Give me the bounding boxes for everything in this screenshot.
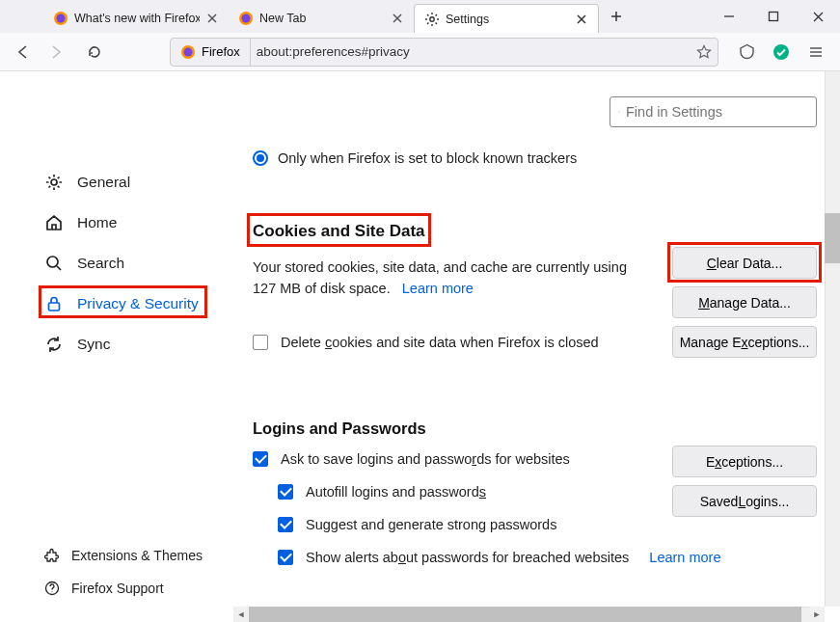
sidebar-item-label: Home <box>77 214 117 231</box>
checkbox-label: Show alerts about passwords for breached… <box>306 550 629 565</box>
svg-rect-11 <box>49 303 60 311</box>
close-icon[interactable] <box>391 12 404 25</box>
login-exceptions-button[interactable]: Exceptions... <box>672 446 817 477</box>
saved-logins-button[interactable]: Saved Logins... <box>672 485 817 517</box>
search-icon <box>44 254 64 273</box>
sidebar-item-search[interactable]: Search <box>0 243 233 284</box>
checkbox[interactable] <box>253 451 268 467</box>
manage-data-button[interactable]: Manage Data... <box>672 286 817 318</box>
sidebar-item-home[interactable]: Home <box>0 203 233 243</box>
sidebar-bottom: Extensions & Themes Firefox Support <box>0 539 203 605</box>
checkbox[interactable] <box>253 335 268 350</box>
puzzle-icon <box>44 548 60 563</box>
cookies-button-column: Clear Data... Manage Data... Manage Exce… <box>672 247 817 358</box>
checkbox-label: Delete cookies and site data when Firefo… <box>281 335 599 350</box>
svg-point-7 <box>184 47 193 56</box>
horizontal-scrollbar-thumb[interactable] <box>249 607 801 622</box>
maximize-button[interactable] <box>751 0 796 33</box>
logins-heading: Logins and Passwords <box>253 419 817 438</box>
sidebar-item-label: Sync <box>77 336 110 353</box>
tab-label: Settings <box>446 13 569 26</box>
vertical-scrollbar[interactable] <box>825 71 840 607</box>
svg-point-13 <box>618 111 619 112</box>
account-icon[interactable] <box>765 37 798 68</box>
tab-settings[interactable]: Settings <box>414 4 599 33</box>
back-button[interactable] <box>8 37 39 68</box>
window-controls <box>707 0 840 33</box>
tab-label: What's new with Firefox - M <box>74 12 200 25</box>
pocket-icon[interactable] <box>730 37 763 68</box>
svg-point-10 <box>47 257 58 267</box>
home-icon <box>44 213 64 232</box>
svg-point-9 <box>51 179 57 185</box>
close-window-button[interactable] <box>796 0 840 33</box>
close-icon[interactable] <box>205 12 219 25</box>
cookies-heading: Cookies and Site Data <box>253 222 817 241</box>
sidebar-item-label: Privacy & Security <box>77 295 199 312</box>
svg-point-8 <box>773 44 789 60</box>
sidebar-item-sync[interactable]: Sync <box>0 324 233 365</box>
forward-button[interactable] <box>41 37 71 68</box>
sidebar-item-label: Firefox Support <box>71 581 164 596</box>
suggest-checkbox-row: Suggest and generate strong passwords <box>278 517 817 532</box>
help-icon <box>44 581 60 596</box>
sidebar-item-label: General <box>77 174 130 191</box>
svg-point-1 <box>57 14 66 23</box>
gear-icon <box>44 173 64 192</box>
main-panel: Only when Firefox is set to block known … <box>233 71 840 622</box>
sidebar-item-extensions[interactable]: Extensions & Themes <box>0 539 203 572</box>
checkbox-label: Suggest and generate strong passwords <box>306 517 556 532</box>
titlebar: What's new with Firefox - M New Tab Sett… <box>0 0 840 33</box>
content: General Home Search Privacy & Security S… <box>0 71 840 622</box>
settings-search[interactable] <box>610 96 817 127</box>
bookmark-star-icon[interactable] <box>691 44 718 60</box>
sidebar-item-label: Extensions & Themes <box>71 548 203 563</box>
url-text: about:preferences#privacy <box>251 44 691 59</box>
sidebar-item-privacy[interactable]: Privacy & Security <box>0 284 233 324</box>
svg-point-3 <box>242 14 251 23</box>
checkbox-label: Autofill logins and passwords <box>306 484 486 500</box>
sidebar-item-label: Search <box>77 255 124 272</box>
trackers-radio-row: Only when Firefox is set to block known … <box>253 150 817 166</box>
menu-icon[interactable] <box>799 37 832 68</box>
tab-label: New Tab <box>259 12 385 25</box>
sidebar: General Home Search Privacy & Security S… <box>0 71 233 622</box>
logins-button-column: Exceptions... Saved Logins... <box>672 446 817 517</box>
reload-button[interactable] <box>79 37 110 68</box>
radio-label: Only when Firefox is set to block known … <box>278 150 577 166</box>
search-icon <box>618 105 620 119</box>
scroll-right-arrow[interactable]: ► <box>809 607 825 622</box>
url-bar[interactable]: Firefox about:preferences#privacy <box>170 38 718 67</box>
checkbox-label: Ask to save logins and passwords for web… <box>281 451 570 467</box>
radio-button[interactable] <box>253 150 268 166</box>
toolbar: Firefox about:preferences#privacy <box>0 33 840 71</box>
firefox-icon <box>53 11 68 26</box>
learn-more-link[interactable]: Learn more <box>649 550 720 565</box>
learn-more-link[interactable]: Learn more <box>402 281 474 296</box>
firefox-icon <box>238 11 254 26</box>
sidebar-item-general[interactable]: General <box>0 162 233 203</box>
new-tab-button[interactable] <box>603 3 630 30</box>
close-icon[interactable] <box>575 13 588 26</box>
checkbox[interactable] <box>278 484 293 500</box>
alerts-checkbox-row: Show alerts about passwords for breached… <box>278 550 817 565</box>
manage-exceptions-button[interactable]: Manage Exceptions... <box>672 326 817 358</box>
scroll-left-arrow[interactable]: ◄ <box>233 607 249 622</box>
gear-icon <box>424 12 440 27</box>
identity-box[interactable]: Firefox <box>171 39 251 66</box>
identity-label: Firefox <box>202 44 240 59</box>
svg-rect-5 <box>770 13 778 21</box>
vertical-scrollbar-thumb[interactable] <box>825 213 840 263</box>
checkbox[interactable] <box>278 517 293 532</box>
minimize-button[interactable] <box>707 0 751 33</box>
sidebar-item-support[interactable]: Firefox Support <box>0 572 203 605</box>
clear-data-button[interactable]: Clear Data... <box>672 247 817 279</box>
tab-whatsnew[interactable]: What's new with Firefox - M <box>43 4 229 33</box>
settings-search-input[interactable] <box>626 104 808 120</box>
firefox-icon <box>180 44 196 60</box>
sync-icon <box>44 335 64 354</box>
cookies-description: Your stored cookies, site data, and cach… <box>253 257 638 300</box>
checkbox[interactable] <box>278 550 293 565</box>
svg-point-4 <box>430 16 434 20</box>
tab-newtab[interactable]: New Tab <box>229 4 414 33</box>
